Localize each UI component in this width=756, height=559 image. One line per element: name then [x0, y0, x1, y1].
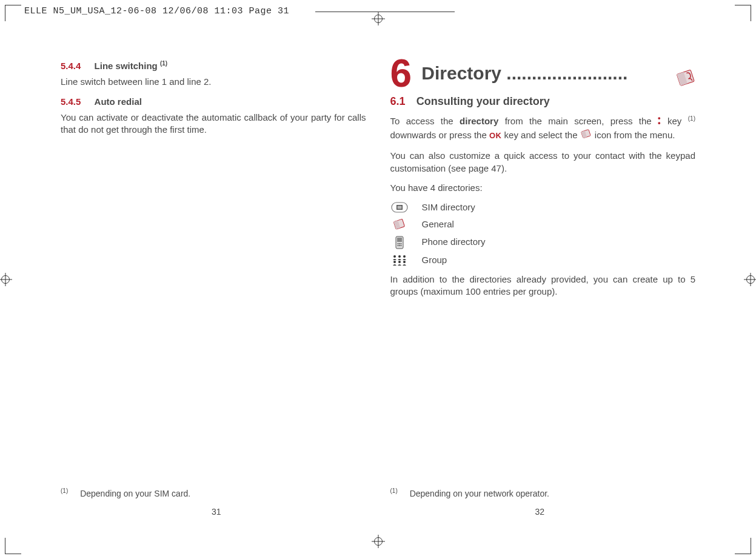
- svg-point-14: [397, 245, 398, 246]
- directory-book-icon: [390, 218, 409, 230]
- body-text: In addition to the directories already p…: [390, 273, 696, 298]
- svg-point-19: [403, 255, 406, 258]
- directory-list: SIM directory General: [390, 201, 696, 266]
- section-title: Consulting your directory: [416, 95, 550, 107]
- chapter-number: 6: [390, 58, 412, 89]
- registration-mark-icon: [372, 12, 385, 25]
- heading-544: 5.4.4 Line switching (1): [61, 59, 366, 72]
- sim-card-icon: [390, 202, 409, 213]
- directory-book-icon: [580, 129, 592, 142]
- footnote-right: (1) Depending on your network operator.: [390, 487, 696, 500]
- footnote-marker: (1): [61, 487, 68, 494]
- body-text: You have 4 directories:: [390, 182, 696, 194]
- t: To access the: [390, 116, 460, 126]
- list-item-label: General: [422, 218, 454, 230]
- page-spread: 5.4.4 Line switching (1) Line switch bet…: [55, 49, 701, 523]
- body-text: Line switch between line 1 and line 2.: [61, 76, 366, 88]
- list-item: Group: [390, 254, 696, 266]
- list-item: General: [390, 218, 696, 230]
- footnote-ref: (1): [160, 60, 167, 67]
- t: key and select the: [504, 130, 580, 140]
- svg-point-18: [398, 255, 401, 258]
- section-title-text: Line switching: [95, 61, 158, 71]
- directory-book-icon: [675, 68, 698, 92]
- section-number: 5.4.5: [61, 96, 81, 107]
- t: key: [667, 116, 688, 126]
- body-text: You can activate or deactivate the autom…: [61, 112, 366, 136]
- crop-mark: [5, 538, 21, 554]
- t: downwards or press the: [390, 130, 489, 140]
- chapter-title: Directory ........................: [421, 61, 627, 86]
- list-item-label: Phone directory: [422, 236, 486, 248]
- section-title: Auto redial: [95, 96, 142, 107]
- crop-mark: [735, 5, 751, 21]
- svg-point-16: [400, 245, 401, 246]
- crop-mark: [735, 538, 751, 554]
- svg-point-21: [398, 261, 401, 263]
- svg-point-15: [399, 245, 400, 246]
- svg-point-17: [393, 255, 396, 258]
- heading-545: 5.4.5 Auto redial: [61, 96, 366, 108]
- svg-point-22: [403, 261, 406, 263]
- page-right: 6 Directory ........................ 6.1…: [378, 49, 702, 523]
- slug-line-text: ELLE N5_UM_USA_12-06-08 12/06/08 11:03 P…: [24, 6, 289, 16]
- footnote-marker: (1): [390, 487, 398, 494]
- svg-point-11: [397, 243, 398, 244]
- t: from the main screen, press the: [505, 116, 658, 126]
- page-number-left: 31: [55, 506, 378, 518]
- list-item-label: SIM directory: [422, 201, 475, 213]
- body-text: You can also customize a quick access to…: [390, 150, 696, 175]
- page-left: 5.4.4 Line switching (1) Line switch bet…: [55, 49, 378, 523]
- crop-mark: [5, 5, 21, 21]
- body-text: To access the directory from the main sc…: [390, 115, 696, 142]
- svg-point-12: [399, 243, 400, 244]
- page-number-right: 32: [378, 506, 702, 518]
- group-icon: [390, 254, 409, 266]
- footnote-ref: (1): [688, 115, 695, 122]
- svg-point-13: [400, 243, 401, 244]
- nav-key-icon: ••: [658, 116, 661, 129]
- registration-mark-icon: [0, 273, 12, 286]
- section-number: 6.1: [390, 95, 406, 107]
- list-item: Phone directory: [390, 236, 696, 249]
- phone-icon: [390, 236, 409, 249]
- registration-mark-icon: [744, 273, 756, 286]
- svg-point-20: [393, 261, 396, 263]
- slug-rule: [315, 12, 455, 12]
- footnote-text: Depending on your SIM card.: [80, 489, 190, 498]
- registration-mark-icon: [372, 535, 385, 548]
- t: icon from the menu.: [595, 130, 675, 140]
- t-bold: directory: [460, 116, 498, 126]
- footnote-text: Depending on your network operator.: [410, 489, 549, 498]
- svg-rect-6: [397, 206, 401, 209]
- svg-rect-10: [397, 238, 402, 242]
- footnote-left: (1) Depending on your SIM card.: [61, 487, 366, 500]
- heading-61: 6.1 Consulting your directory: [390, 94, 696, 109]
- chapter-heading: 6 Directory ........................: [390, 58, 696, 89]
- ok-key-label: OK: [489, 131, 502, 140]
- list-item: SIM directory: [390, 201, 696, 213]
- section-number: 5.4.4: [61, 61, 81, 71]
- section-title: Line switching (1): [95, 61, 168, 71]
- list-item-label: Group: [422, 254, 447, 266]
